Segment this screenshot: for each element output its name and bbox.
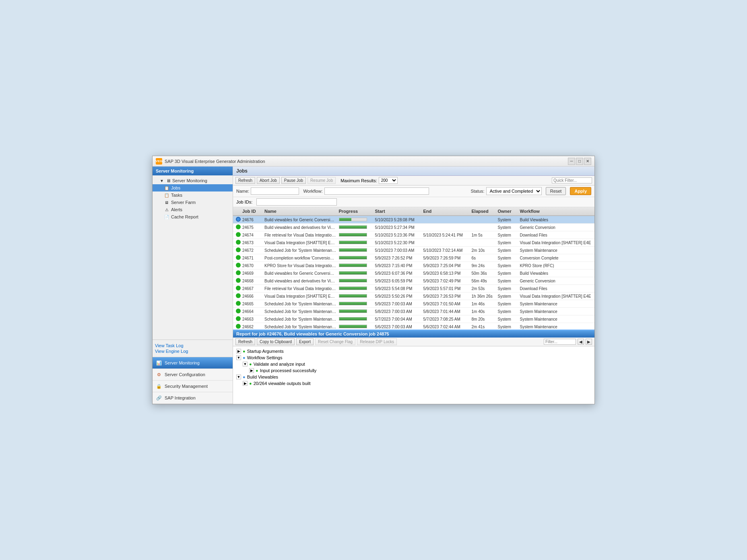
progress-bar-fill — [339, 279, 367, 282]
sidebar-item-jobs[interactable]: 📋 Jobs — [153, 184, 233, 191]
report-export-btn[interactable]: Export — [296, 338, 314, 345]
td-elapsed: 56m 49s — [470, 278, 497, 284]
table-row[interactable]: 24672 Scheduled Job for 'System Maintena… — [233, 247, 594, 254]
status-complete-icon — [236, 316, 241, 321]
td-name: Scheduled Job for 'System Maintenance' — [263, 324, 338, 329]
td-progress — [338, 263, 374, 268]
apply-button[interactable]: Apply — [570, 187, 591, 195]
report-copy-btn[interactable]: Copy to Clipboard — [257, 338, 295, 345]
expand-input[interactable]: ▶ — [249, 368, 254, 373]
progress-bar-fill — [339, 272, 367, 274]
expand-startup[interactable]: ▶ — [236, 349, 241, 354]
report-item-workflow[interactable]: ▼ ● Workflow Settings — [236, 354, 591, 361]
nav-security-icon: 🔒 — [156, 383, 162, 389]
td-jobid: 24673 — [241, 240, 263, 245]
report-filter-input[interactable] — [544, 339, 576, 345]
td-name: Scheduled Job for 'System Maintenance' — [263, 309, 338, 314]
table-row[interactable]: 24674 File retrieval for Visual Data Int… — [233, 231, 594, 239]
report-item-input[interactable]: ▶ ● Input processed successfully — [236, 367, 591, 374]
report-refresh-btn[interactable]: Refresh — [235, 338, 255, 345]
sidebar-item-cache-report[interactable]: 📄 Cache Report — [153, 213, 233, 220]
td-owner: System — [497, 301, 519, 307]
td-elapsed: 1m 40s — [470, 309, 497, 314]
status-complete-icon — [236, 224, 241, 229]
table-row[interactable]: 24665 Scheduled Job for 'System Maintena… — [233, 300, 594, 308]
report-reset-flag-btn[interactable]: Reset Change Flag — [315, 338, 355, 345]
table-row[interactable]: 24662 Scheduled Job for 'System Maintena… — [233, 323, 594, 329]
report-release-dip-btn[interactable]: Release DIP Locks — [357, 338, 397, 345]
nav-server-configuration[interactable]: ⚙ Server Configuration — [153, 369, 233, 381]
td-status — [235, 293, 241, 299]
view-task-log-link[interactable]: View Task Log — [155, 343, 230, 348]
refresh-button[interactable]: Refresh — [235, 177, 255, 184]
expand-outputs[interactable]: ▶ — [243, 381, 248, 386]
td-end: 5/9/2023 5:57:01 PM — [422, 286, 470, 291]
nav-sap-label: SAP Integration — [165, 395, 196, 400]
nav-security-management[interactable]: 🔒 Security Management — [153, 381, 233, 392]
report-item-build[interactable]: ▼ ● Build Viewables — [236, 374, 591, 380]
table-row[interactable]: 24664 Scheduled Job for 'System Maintena… — [233, 308, 594, 315]
table-row[interactable]: 24669 Build viewables for Generic Conver… — [233, 270, 594, 277]
sidebar-item-server-monitoring[interactable]: ▼ 🖥 Server Monitoring — [153, 177, 233, 184]
close-button[interactable]: ✕ — [584, 158, 591, 165]
progress-bar-container — [339, 248, 367, 252]
status-select[interactable]: Active and Completed — [486, 187, 542, 195]
td-start: 5/7/2023 7:00:04 AM — [374, 317, 422, 322]
report-nav-next[interactable]: ▶ — [586, 339, 592, 345]
quick-filter-input[interactable] — [552, 177, 592, 183]
table-row[interactable]: 24670 KPRO Store for Visual Data Integra… — [233, 262, 594, 270]
max-results-label: Maximum Results: — [340, 178, 377, 183]
progress-bar-container — [339, 218, 367, 221]
report-item-startup[interactable]: ▶ ● Startup Arguments — [236, 348, 591, 354]
search-row: Name: Workflow: Status: Active and Compl… — [233, 185, 594, 197]
table-row[interactable]: 24667 File retrieval for Visual Data Int… — [233, 285, 594, 292]
report-item-validate[interactable]: ▼ ● Validate and analyze input — [236, 361, 591, 367]
table-row[interactable]: 24668 Build viewables and derivatives fo… — [233, 277, 594, 285]
td-progress — [338, 324, 374, 329]
max-results-select[interactable]: 200 500 1000 — [379, 177, 398, 184]
report-panel: Report for job #24676, Build viewables f… — [233, 329, 594, 404]
outputs-label: 20/264 viewable outputs built — [254, 381, 311, 386]
table-row[interactable]: 24666 Visual Data Integration [SHATTER] … — [233, 292, 594, 300]
abort-job-button[interactable]: Abort Job — [257, 177, 280, 184]
table-row[interactable]: 24671 Post-completion workflow 'Conversi… — [233, 254, 594, 262]
nav-server-configuration-icon: ⚙ — [156, 371, 162, 378]
td-owner: System — [497, 324, 519, 329]
td-elapsed: 50m 36s — [470, 271, 497, 276]
sidebar-item-alerts[interactable]: ⚠ Alerts — [153, 206, 233, 213]
progress-bar-fill — [339, 241, 367, 244]
sidebar-item-tasks[interactable]: 📋 Tasks — [153, 191, 233, 199]
td-start: 5/10/2023 5:22:30 PM — [374, 240, 422, 245]
td-status — [235, 316, 241, 322]
table-row[interactable]: 24663 Scheduled Job for 'System Maintena… — [233, 315, 594, 323]
report-nav-prev[interactable]: ◀ — [578, 339, 584, 345]
workflow-input[interactable] — [324, 187, 429, 195]
name-input[interactable] — [251, 187, 299, 195]
table-header: Job ID Name Progress Start End Elapsed O… — [233, 207, 594, 216]
table-row[interactable]: 24673 Visual Data Integration [SHATTER] … — [233, 239, 594, 247]
td-owner: System — [497, 271, 519, 276]
td-start: 5/6/2023 7:00:03 AM — [374, 324, 422, 329]
resume-job-button[interactable]: Resume Job — [307, 177, 336, 184]
td-start: 5/9/2023 6:07:36 PM — [374, 271, 422, 276]
td-workflow: Conversion Complete — [519, 255, 593, 261]
nav-sap-integration[interactable]: 🔗 SAP Integration — [153, 392, 233, 404]
reset-button[interactable]: Reset — [546, 187, 566, 195]
td-progress — [338, 301, 374, 307]
expand-validate[interactable]: ▼ — [243, 362, 248, 366]
td-jobid: 24664 — [241, 309, 263, 314]
nav-server-monitoring[interactable]: 📊 Server Monitoring — [153, 357, 233, 369]
td-owner: System — [497, 278, 519, 284]
view-engine-log-link[interactable]: View Engine Log — [155, 349, 230, 354]
table-row[interactable]: 24675 Build viewables and derivatives fo… — [233, 224, 594, 231]
minimize-button[interactable]: ─ — [568, 158, 575, 165]
expand-workflow[interactable]: ▼ — [236, 355, 241, 360]
expand-build[interactable]: ▼ — [236, 375, 241, 379]
jobids-input[interactable] — [256, 198, 337, 206]
restore-button[interactable]: □ — [576, 158, 583, 165]
report-item-outputs[interactable]: ▶ ● 20/264 viewable outputs built — [236, 380, 591, 387]
table-row[interactable]: 24676 Build viewables for Generic Conver… — [233, 216, 594, 224]
td-owner: System — [497, 225, 519, 230]
pause-job-button[interactable]: Pause Job — [281, 177, 306, 184]
sidebar-item-server-farm[interactable]: 🖥 Server Farm — [153, 199, 233, 206]
